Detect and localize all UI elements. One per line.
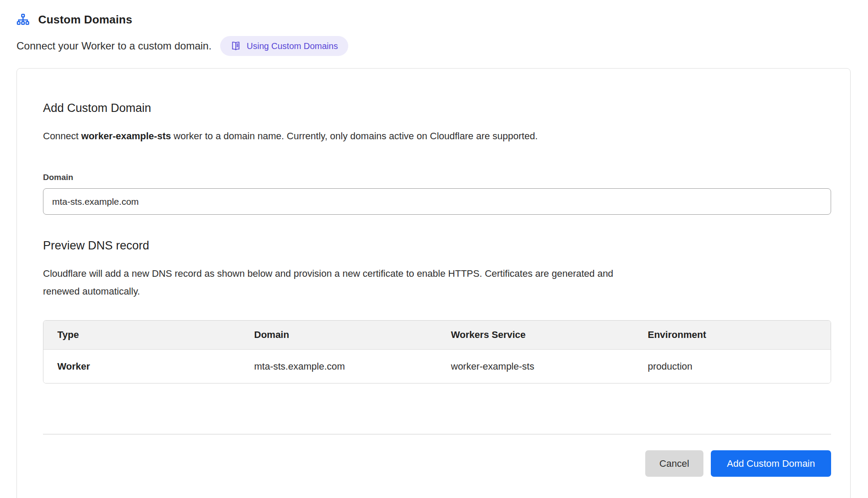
workers-custom-domains-page: Custom Domains Connect your Worker to a … — [0, 0, 868, 498]
cell-type: Worker — [43, 350, 240, 383]
description-prefix: Connect — [43, 131, 81, 141]
add-custom-domain-button[interactable]: Add Custom Domain — [711, 450, 831, 477]
domain-label: Domain — [43, 173, 831, 182]
domain-input[interactable] — [43, 188, 831, 215]
worker-name: worker-example-sts — [81, 131, 171, 141]
column-header-domain: Domain — [240, 321, 437, 349]
description-suffix: worker to a domain name. Currently, only… — [171, 131, 538, 141]
column-header-type: Type — [43, 321, 240, 349]
card-heading: Add Custom Domain — [43, 102, 831, 115]
docs-link-label: Using Custom Domains — [247, 41, 338, 51]
action-buttons: Cancel Add Custom Domain — [43, 450, 831, 477]
preview-dns-heading: Preview DNS record — [43, 239, 831, 252]
cancel-button[interactable]: Cancel — [645, 450, 703, 477]
page-subtitle: Connect your Worker to a custom domain. — [17, 40, 211, 52]
add-custom-domain-card: Add Custom Domain Connect worker-example… — [17, 68, 851, 498]
preview-dns-description: Cloudflare will add a new DNS record as … — [43, 265, 625, 300]
sitemap-icon — [17, 13, 30, 26]
table-header-row: Type Domain Workers Service Environment — [43, 321, 831, 350]
cell-workers-service: worker-example-sts — [437, 350, 634, 383]
footer-divider — [43, 434, 831, 435]
book-icon — [231, 41, 241, 51]
page-header: Custom Domains Connect your Worker to a … — [0, 0, 868, 56]
docs-link[interactable]: Using Custom Domains — [220, 36, 348, 56]
column-header-workers-service: Workers Service — [437, 321, 634, 349]
dns-preview-table: Type Domain Workers Service Environment … — [43, 320, 831, 383]
page-title: Custom Domains — [38, 13, 132, 26]
cell-environment: production — [634, 350, 831, 383]
table-row: Worker mta-sts.example.com worker-exampl… — [43, 350, 831, 383]
card-description: Connect worker-example-sts worker to a d… — [43, 127, 831, 145]
cell-domain: mta-sts.example.com — [240, 350, 437, 383]
column-header-environment: Environment — [634, 321, 831, 349]
